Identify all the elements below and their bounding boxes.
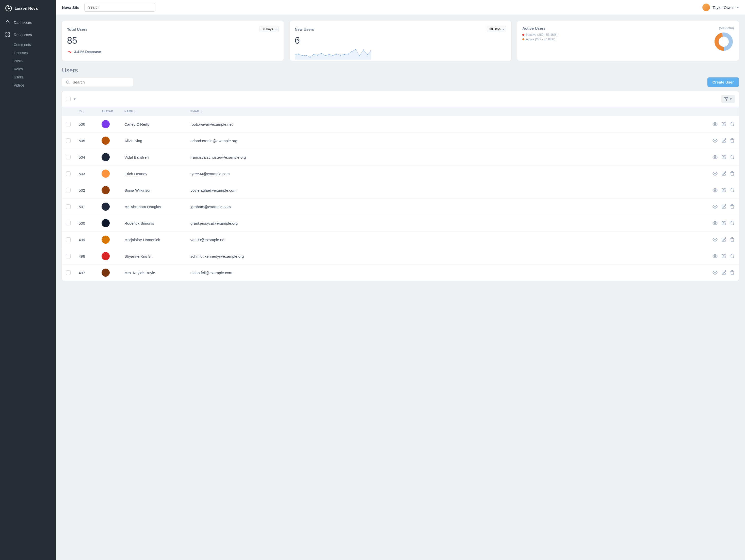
grid-icon <box>5 32 10 37</box>
eye-icon[interactable] <box>712 221 718 226</box>
col-email[interactable]: EMAIL <box>186 107 703 116</box>
cell-name[interactable]: Sonia Wilkinson <box>120 182 186 199</box>
edit-icon[interactable] <box>721 138 726 143</box>
cell-email: roob.wava@example.net <box>186 116 703 133</box>
edit-icon[interactable] <box>721 221 726 226</box>
sidebar-subitem-users[interactable]: Users <box>0 73 56 81</box>
sidebar-item-resources[interactable]: Resources <box>0 28 56 41</box>
sidebar-subitem-videos[interactable]: Videos <box>0 81 56 89</box>
svg-point-5 <box>298 54 299 55</box>
cell-name[interactable]: Mrs. Kaylah Boyle <box>120 265 186 281</box>
sparkline-chart <box>295 47 371 60</box>
card-new-users: New Users 30 Days 6 <box>290 21 511 61</box>
sidebar-subitem-roles[interactable]: Roles <box>0 65 56 73</box>
trash-icon[interactable] <box>730 221 735 226</box>
table-row: 500 Roderick Simonis grant.jessyca@examp… <box>62 215 739 232</box>
avatar <box>102 153 110 161</box>
eye-icon[interactable] <box>712 188 718 193</box>
cell-name[interactable]: Mr. Abraham Douglas <box>120 199 186 215</box>
edit-icon[interactable] <box>721 254 726 259</box>
edit-icon[interactable] <box>721 237 726 242</box>
trash-icon[interactable] <box>730 122 735 127</box>
cell-email: aidan.feil@example.com <box>186 265 703 281</box>
row-checkbox[interactable] <box>66 138 71 143</box>
trash-icon[interactable] <box>730 138 735 143</box>
eye-icon[interactable] <box>712 171 718 176</box>
svg-point-34 <box>715 190 716 191</box>
brand-logo[interactable]: Laravel Nova <box>0 0 56 16</box>
cell-name[interactable]: Roderick Simonis <box>120 215 186 232</box>
row-checkbox[interactable] <box>66 221 71 225</box>
svg-marker-29 <box>724 97 728 101</box>
eye-icon[interactable] <box>712 155 718 160</box>
avatar <box>102 269 110 277</box>
range-select[interactable]: 30 Days <box>260 26 279 32</box>
eye-icon[interactable] <box>712 270 718 275</box>
trend-down-icon <box>67 50 72 54</box>
eye-icon[interactable] <box>712 254 718 259</box>
search-input[interactable] <box>73 80 129 84</box>
edit-icon[interactable] <box>721 155 726 160</box>
cell-name[interactable]: Alivia King <box>120 133 186 149</box>
chevron-down-icon[interactable] <box>74 98 76 100</box>
row-checkbox[interactable] <box>66 122 71 126</box>
avatar <box>102 252 110 260</box>
filter-button[interactable] <box>721 95 735 103</box>
sidebar-subitem-posts[interactable]: Posts <box>0 57 56 65</box>
brand-text: Laravel Nova <box>15 6 38 10</box>
svg-point-27 <box>66 81 69 84</box>
row-checkbox[interactable] <box>66 188 71 192</box>
row-checkbox[interactable] <box>66 171 71 176</box>
trash-icon[interactable] <box>730 254 735 259</box>
edit-icon[interactable] <box>721 122 726 127</box>
row-checkbox[interactable] <box>66 254 71 258</box>
sidebar-item-dashboard[interactable]: Dashboard <box>0 16 56 28</box>
cell-id: 503 <box>75 166 98 182</box>
cell-id: 504 <box>75 149 98 166</box>
svg-point-21 <box>359 55 360 56</box>
col-id[interactable]: ID <box>75 107 98 116</box>
edit-icon[interactable] <box>721 188 726 193</box>
search-input[interactable] <box>84 3 155 12</box>
cell-email: orland.cronin@example.org <box>186 133 703 149</box>
row-checkbox[interactable] <box>66 237 71 242</box>
cell-name[interactable]: Vidal Balistreri <box>120 149 186 166</box>
row-checkbox[interactable] <box>66 155 71 159</box>
cell-name[interactable]: Marjolaine Homenick <box>120 232 186 248</box>
sidebar-subitem-comments[interactable]: Comments <box>0 41 56 49</box>
edit-icon[interactable] <box>721 171 726 176</box>
svg-point-22 <box>363 50 364 51</box>
eye-icon[interactable] <box>712 204 718 209</box>
eye-icon[interactable] <box>712 237 718 242</box>
trash-icon[interactable] <box>730 188 735 193</box>
cell-email: grant.jessyca@example.org <box>186 215 703 232</box>
svg-point-19 <box>351 51 352 52</box>
eye-icon[interactable] <box>712 122 718 127</box>
cell-name[interactable]: Erich Heaney <box>120 166 186 182</box>
donut-chart <box>714 31 734 52</box>
trash-icon[interactable] <box>730 237 735 242</box>
row-checkbox[interactable] <box>66 270 71 275</box>
cell-name[interactable]: Carley O'Reilly <box>120 116 186 133</box>
eye-icon[interactable] <box>712 138 718 143</box>
trash-icon[interactable] <box>730 270 735 275</box>
cell-id: 502 <box>75 182 98 199</box>
col-name[interactable]: NAME <box>120 107 186 116</box>
sidebar: Laravel Nova Dashboard Resources Comment… <box>0 0 56 560</box>
card-active-users: Active Users Inactive (269 - 53.16%)Acti… <box>517 21 739 61</box>
user-menu[interactable]: Taylor Otwell <box>702 4 739 11</box>
select-all-checkbox[interactable] <box>66 97 71 101</box>
trash-icon[interactable] <box>730 171 735 176</box>
svg-point-12 <box>325 55 326 56</box>
sidebar-subitem-licenses[interactable]: Licenses <box>0 49 56 57</box>
card-total-users: Total Users 30 Days 85 3.41% Decrease <box>62 21 284 61</box>
create-user-button[interactable]: Create User <box>707 77 739 87</box>
range-select[interactable]: 30 Days <box>487 26 506 32</box>
col-avatar: AVATAR <box>98 107 120 116</box>
edit-icon[interactable] <box>721 204 726 209</box>
row-checkbox[interactable] <box>66 204 71 209</box>
cell-name[interactable]: Shyanne Kris Sr. <box>120 248 186 265</box>
edit-icon[interactable] <box>721 270 726 275</box>
trash-icon[interactable] <box>730 204 735 209</box>
trash-icon[interactable] <box>730 155 735 160</box>
